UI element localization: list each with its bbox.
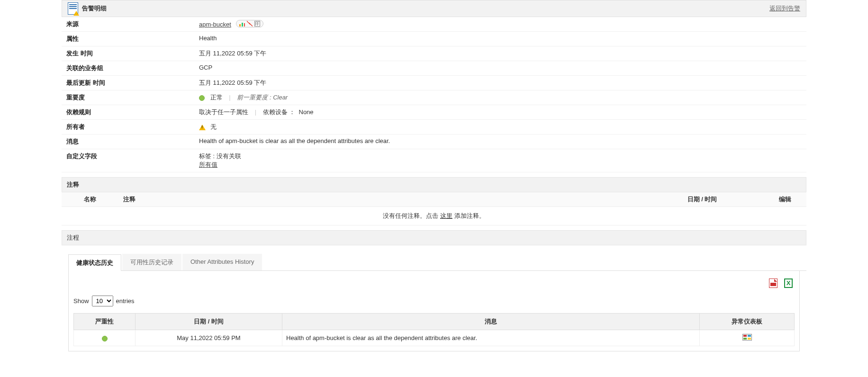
updated-value: 五月 11,2022 05:59 下午 <box>194 76 806 90</box>
alarm-details-table: 来源 apm-bucket 属性 Health 发生 时间 五月 11,2022… <box>62 17 806 172</box>
history-table: 严重性 日期 / 时间 消息 异常仪表板 May 11,2022 05:59 P… <box>73 313 795 346</box>
updated-label: 最后更新 时间 <box>62 76 194 90</box>
add-annotation-link[interactable]: 这里 <box>440 212 452 219</box>
attribute-label: 属性 <box>62 32 194 46</box>
separator: | <box>229 94 230 101</box>
row-message: Health of apm-bucket is clear as all the… <box>282 330 700 346</box>
hist-col-datetime: 日期 / 时间 <box>136 314 282 330</box>
occurred-value: 五月 11,2022 05:59 下午 <box>194 46 806 61</box>
line-chart-icon[interactable] <box>247 21 253 27</box>
owner-value: 无 <box>210 123 217 130</box>
custom-tag-line: 标签 : 没有关联 <box>199 152 802 161</box>
row-datetime: May 11,2022 05:59 PM <box>136 330 282 346</box>
history-tabs: 健康状态历史 可用性历史记录 Other Attributes History <box>68 254 806 271</box>
owner-label: 所有者 <box>62 120 194 135</box>
annotations-empty-row: 没有任何注释。点击 这里 添加注释。 <box>62 207 806 225</box>
anno-col-edit: 编辑 <box>764 192 806 207</box>
page-size-select[interactable]: 10 <box>92 296 113 306</box>
hist-col-severity: 严重性 <box>74 314 136 330</box>
annotations-header: 注释 <box>62 177 806 192</box>
occurred-label: 发生 时间 <box>62 46 194 61</box>
tab-other-attributes-history[interactable]: Other Attributes History <box>182 254 262 270</box>
group-value: GCP <box>194 61 806 76</box>
custom-all-link[interactable]: 所有值 <box>199 161 217 168</box>
bar-chart-icon[interactable] <box>239 21 245 27</box>
page-title: 告警明细 <box>82 4 107 13</box>
export-xls-icon[interactable]: X <box>784 278 793 288</box>
status-clear-icon <box>102 336 108 341</box>
tab-availability-history[interactable]: 可用性历史记录 <box>122 254 181 270</box>
severity-value: 正常 <box>210 94 223 101</box>
hist-col-message: 消息 <box>282 314 700 330</box>
anno-empty-suffix: 添加注释。 <box>454 212 485 219</box>
health-history-panel: X Show 10 entries 严重性 日期 / 时间 消息 异常仪表板 <box>68 271 800 351</box>
message-value: Health of apm-bucket is clear as all the… <box>194 135 806 149</box>
prev-severity-label: 前一重要度 : <box>237 94 271 101</box>
deprule-label: 依赖规则 <box>62 105 194 120</box>
group-label: 关联的业务组 <box>62 61 194 76</box>
alarm-detail-icon <box>68 2 78 15</box>
entries-label: entries <box>116 297 135 305</box>
anno-col-date: 日期 / 时间 <box>641 192 764 207</box>
export-pdf-icon[interactable] <box>769 278 778 288</box>
anno-col-anno: 注释 <box>118 192 641 207</box>
show-label: Show <box>73 297 89 305</box>
anno-col-name: 名称 <box>62 192 118 207</box>
warning-icon <box>199 125 206 130</box>
prev-severity-value: Clear <box>273 94 288 101</box>
message-label: 消息 <box>62 135 194 149</box>
status-clear-icon <box>199 95 205 101</box>
annotations-table: 名称 注释 日期 / 时间 编辑 没有任何注释。点击 这里 添加注释。 <box>62 192 806 225</box>
depdev-value: None <box>299 108 314 116</box>
severity-label: 重要度 <box>62 90 194 105</box>
table-row: May 11,2022 05:59 PM Health of apm-bucke… <box>74 330 795 346</box>
hist-col-dashboard: 异常仪表板 <box>700 314 795 330</box>
attribute-value: Health <box>194 32 806 46</box>
page-header: 告警明细 返回到告警 <box>62 0 806 17</box>
depdev-label: 依赖设备 ： <box>263 108 296 116</box>
note-header: 注程 <box>62 230 806 245</box>
grid-icon[interactable] <box>254 21 260 27</box>
source-quick-actions[interactable] <box>236 20 263 27</box>
anno-empty-prefix: 没有任何注释。点击 <box>383 212 440 219</box>
custom-label: 自定义字段 <box>62 149 194 172</box>
source-label: 来源 <box>62 17 194 32</box>
back-to-alarms-link[interactable]: 返回到告警 <box>769 5 800 12</box>
deprule-value: 取决于任一子属性 <box>199 108 248 116</box>
source-link[interactable]: apm-bucket <box>199 21 231 28</box>
dashboard-icon[interactable] <box>742 334 752 341</box>
separator: | <box>255 108 256 116</box>
tab-health-history[interactable]: 健康状态历史 <box>68 254 121 271</box>
